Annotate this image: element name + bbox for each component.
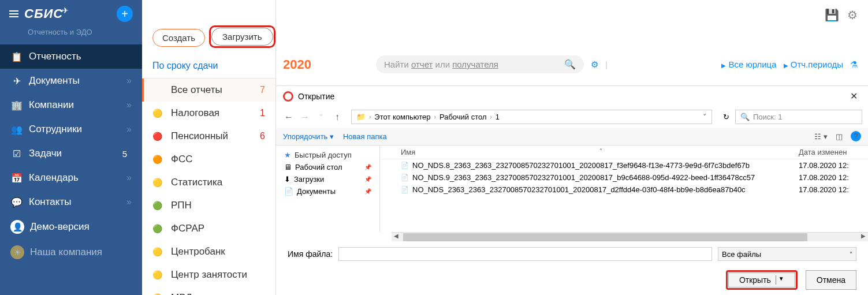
- up-icon[interactable]: ↑: [330, 112, 344, 122]
- cat-label: Все отчеты: [171, 84, 222, 96]
- all-legal-link[interactable]: ▶ Все юрлица: [721, 59, 776, 69]
- tree-label: Загрузки: [294, 175, 324, 184]
- cat-label: МВД: [171, 292, 192, 295]
- nav-icon: 📅: [10, 173, 23, 184]
- tree-icon: ⬇: [284, 175, 290, 184]
- main-area: 💾 ⚙ 2020 Найти отчет или получателя 🔍 ⚙ …: [276, 0, 868, 81]
- search-icon[interactable]: 🔍: [564, 59, 576, 70]
- category-ФСРАР[interactable]: 🟢ФСРАР: [142, 217, 275, 240]
- file-row[interactable]: 📄NO_NDS_2363_2363_2327008570232701001_20…: [380, 184, 868, 196]
- file-icon: 📄: [401, 186, 409, 193]
- cat-label: ФСС: [171, 154, 192, 165]
- path-segment[interactable]: 1: [496, 113, 500, 121]
- category-Статистика[interactable]: 🟡Статистика: [142, 171, 275, 194]
- file-date: 17.08.2020 12:: [799, 185, 868, 194]
- category-Налоговая[interactable]: 🟡Налоговая1: [142, 102, 275, 125]
- category-Пенсионный[interactable]: 🔴Пенсионный6: [142, 125, 275, 148]
- folder-icon: 📁: [356, 113, 366, 121]
- tree-icon: ★: [284, 151, 291, 159]
- search-placeholder: Найти отчет или получателя: [384, 59, 498, 69]
- tree-item-Быстрый доступ[interactable]: ★Быстрый доступ: [281, 149, 375, 161]
- file-name: NO_NDS.8_2363_2363_2327008570232701001_2…: [412, 161, 799, 170]
- preview-icon[interactable]: ◫: [836, 132, 843, 141]
- search-placeholder: Поиск: 1: [753, 113, 782, 121]
- funnel-icon[interactable]: ⚗: [850, 59, 858, 70]
- save-icon[interactable]: 💾: [825, 8, 839, 22]
- category-МВД[interactable]: 🟡МВД: [142, 286, 275, 295]
- sidebar-subtitle: Отчетность и ЭДО: [0, 28, 142, 44]
- company-icon: ☀: [10, 245, 24, 259]
- filter-icon[interactable]: ⚙: [591, 59, 598, 70]
- scrollbar-thumb[interactable]: [403, 233, 807, 241]
- forward-icon: →: [298, 112, 312, 122]
- tree-icon: 🖥: [284, 163, 292, 171]
- cat-label: Центр занятости: [171, 269, 247, 281]
- recent-icon[interactable]: ˅: [314, 114, 328, 120]
- cat-icon: 🟢: [152, 201, 165, 210]
- logo: СБИС: [24, 6, 63, 21]
- sidebar-item-Календарь[interactable]: 📅Календарь»: [0, 166, 142, 190]
- nav-icon: ✈: [10, 76, 23, 87]
- search-report-link[interactable]: отчет: [411, 59, 433, 69]
- sidebar-item-Контакты[interactable]: 💬Контакты»: [0, 190, 142, 214]
- view-icon[interactable]: ☷ ▾: [814, 132, 828, 141]
- filename-input[interactable]: [338, 247, 712, 261]
- gear-icon[interactable]: ⚙: [847, 8, 858, 22]
- cancel-button[interactable]: Отмена: [806, 270, 856, 290]
- category-Центробанк[interactable]: 🟡Центробанк: [142, 240, 275, 263]
- pin-icon: 📌: [364, 176, 371, 182]
- help-icon[interactable]: ?: [851, 131, 861, 141]
- company-label: Наша компания: [30, 247, 102, 258]
- sidebar-item-Отчетность[interactable]: 📋Отчетность: [0, 44, 142, 69]
- category-ФСС[interactable]: 🟠ФСС: [142, 148, 275, 171]
- sidebar-item-Компании[interactable]: 🏢Компании»: [0, 93, 142, 117]
- new-folder-button[interactable]: Новая папка: [343, 132, 387, 141]
- sidebar-item-Сотрудники[interactable]: 👥Сотрудники»: [0, 117, 142, 141]
- category-Центр занятости[interactable]: 🟡Центр занятости: [142, 263, 275, 286]
- tree-label: Документы: [297, 187, 336, 196]
- sidebar-item-Задачи[interactable]: ☑Задачи5: [0, 141, 142, 166]
- add-button[interactable]: +: [117, 6, 133, 22]
- sidebar-item-Документы[interactable]: ✈Документы»: [0, 69, 142, 93]
- tree-label: Рабочий стол: [295, 163, 342, 171]
- path-segment[interactable]: Этот компьютер: [374, 113, 430, 121]
- file-open-dialog: Открытие ✕ ← → ˅ ↑ 📁 › Этот компьютер › …: [276, 85, 868, 295]
- file-row[interactable]: 📄NO_NDS.8_2363_2363_2327008570232701001_…: [380, 159, 868, 171]
- nav-icon: 👥: [10, 124, 23, 135]
- file-date: 17.08.2020 12:: [799, 161, 868, 170]
- tree-item-Загрузки[interactable]: ⬇Загрузки📌: [281, 173, 375, 185]
- category-header[interactable]: По сроку сдачи: [142, 54, 275, 79]
- close-icon[interactable]: ✕: [847, 91, 861, 102]
- dialog-title: Открытие: [298, 92, 334, 101]
- category-Все отчеты[interactable]: Все отчеты7: [142, 79, 275, 102]
- file-icon: 📄: [401, 174, 409, 181]
- year[interactable]: 2020: [283, 57, 311, 72]
- back-icon[interactable]: ←: [282, 112, 296, 122]
- column-date[interactable]: Дата изменен: [799, 148, 868, 156]
- periods-link[interactable]: ▶ Отч.периоды: [784, 59, 843, 69]
- file-icon: 📄: [401, 162, 409, 169]
- cat-label: Налоговая: [171, 107, 219, 119]
- sort-button[interactable]: Упорядочить ▾: [283, 132, 334, 141]
- demo-version[interactable]: 👤 Демо-версия: [0, 214, 142, 240]
- filetype-select[interactable]: Все файлы˅: [718, 247, 856, 261]
- search-box[interactable]: Найти отчет или получателя 🔍: [376, 55, 584, 73]
- open-button[interactable]: Открыть▼: [728, 272, 795, 287]
- horizontal-scrollbar[interactable]: ◀ ▶: [392, 232, 868, 241]
- search-recipient-link[interactable]: получателя: [452, 59, 498, 69]
- logo-bird-icon: ✈: [62, 6, 69, 15]
- path-segment[interactable]: Рабочий стол: [439, 113, 487, 121]
- load-button[interactable]: Загрузить: [211, 28, 273, 46]
- avatar: 👤: [10, 220, 24, 234]
- search-input[interactable]: 🔍 Поиск: 1: [735, 110, 862, 124]
- tree-item-Документы[interactable]: 📄Документы📌: [281, 185, 375, 197]
- path-bar[interactable]: 📁 › Этот компьютер › Рабочий стол › 1 ˅: [351, 110, 712, 124]
- tree-item-Рабочий стол[interactable]: 🖥Рабочий стол📌: [281, 161, 375, 173]
- refresh-icon[interactable]: ↻: [719, 113, 733, 121]
- menu-icon[interactable]: [9, 10, 18, 17]
- create-button[interactable]: Создать: [152, 29, 205, 47]
- our-company[interactable]: ☀ Наша компания: [0, 240, 142, 265]
- category-РПН[interactable]: 🟢РПН: [142, 194, 275, 217]
- file-row[interactable]: 📄NO_NDS.9_2363_2363_2327008570232701001_…: [380, 171, 868, 184]
- path-dropdown-icon[interactable]: ˅: [703, 113, 707, 121]
